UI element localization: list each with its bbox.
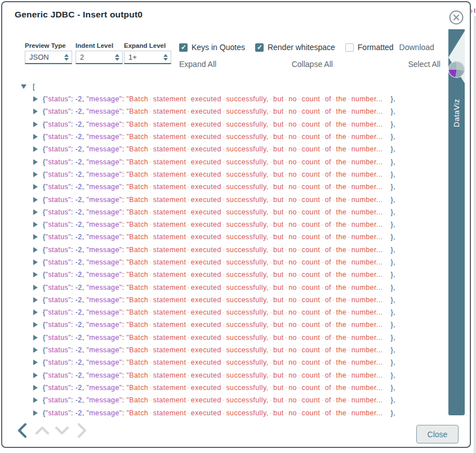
expand-triangle-icon[interactable] (33, 410, 38, 416)
expand-triangle-icon[interactable] (33, 96, 38, 102)
spinner-arrows-icon[interactable] (163, 54, 168, 61)
close-button[interactable]: Close (416, 425, 459, 443)
expand-triangle-icon[interactable] (33, 397, 38, 403)
preview-type-label: Preview Type (25, 42, 72, 49)
table-row[interactable]: {"status": -2, "message": "Batch·stateme… (2, 281, 442, 293)
table-row[interactable]: {"status": -2, "message": "Batch·stateme… (2, 406, 442, 419)
expand-triangle-icon[interactable] (33, 285, 38, 290)
spinner-arrows-icon[interactable] (115, 54, 119, 61)
expand-triangle-icon[interactable] (33, 247, 38, 253)
table-row[interactable]: {"status": -2, "message": "Batch·stateme… (2, 193, 442, 205)
table-row[interactable]: {"status": -2, "message": "Batch·stateme… (2, 394, 442, 406)
expand-triangle-icon[interactable] (33, 272, 38, 277)
json-row-text: {"status": -2, "message": "Batch·stateme… (43, 284, 395, 291)
message-words: "Batch·statement·executed·successfully,·… (126, 145, 382, 153)
table-row[interactable]: {"status": -2, "message": "Batch·stateme… (2, 93, 442, 105)
json-row-text: {"status": -2, "message": "Batch·stateme… (43, 133, 395, 141)
spinner-arrows-icon[interactable] (64, 54, 69, 61)
expand-level-select[interactable]: 1+ (124, 51, 171, 64)
table-row[interactable]: {"status": -2, "message": "Batch·stateme… (2, 105, 442, 118)
expand-triangle-icon[interactable] (33, 209, 38, 215)
json-row-text: {"status": -2, "message": "Batch·stateme… (43, 308, 395, 316)
expand-triangle-icon[interactable] (33, 234, 38, 240)
table-row[interactable]: {"status": -2, "message": "Batch·stateme… (2, 143, 442, 155)
json-row-text: {"status": -2, "message": "Batch·stateme… (43, 221, 395, 228)
message-words: "Batch·statement·executed·successfully,·… (126, 171, 382, 178)
tab-dataviz[interactable]: DataViz (448, 29, 465, 415)
expand-triangle-icon[interactable] (33, 297, 38, 303)
expand-triangle-icon[interactable] (33, 385, 38, 391)
json-row-text: {"status": -2, "message": "Batch·stateme… (43, 158, 395, 166)
expand-level-label: Expand Level (124, 42, 171, 49)
expand-triangle-icon[interactable] (33, 146, 38, 152)
message-words: "Batch·statement·executed·successfully,·… (126, 384, 382, 392)
indent-level-select[interactable]: 2 (75, 51, 123, 64)
expand-triangle-icon[interactable] (33, 310, 38, 315)
table-row[interactable]: {"status": -2, "message": "Batch·stateme… (2, 244, 442, 256)
table-row[interactable]: {"status": -2, "message": "Batch·stateme… (2, 294, 442, 306)
expand-triangle-icon[interactable] (33, 134, 38, 140)
table-row[interactable]: {"status": -2, "message": "Batch·stateme… (2, 382, 442, 394)
message-words: "Batch·statement·executed·successfully,·… (126, 371, 382, 379)
keys-in-quotes-checkbox[interactable] (179, 43, 188, 52)
expand-level-value: 1+ (128, 53, 163, 61)
json-row-text: {"status": -2, "message": "Batch·stateme… (43, 346, 395, 354)
close-icon[interactable] (448, 9, 465, 26)
json-row-text: {"status": -2, "message": "Batch·stateme… (43, 171, 395, 178)
table-row[interactable]: {"status": -2, "message": "Batch·stateme… (2, 231, 442, 243)
table-row[interactable]: {"status": -2, "message": "Batch·stateme… (2, 369, 442, 382)
render-whitespace-checkbox[interactable] (255, 43, 264, 52)
select-all-link[interactable]: Select All (408, 60, 441, 69)
expand-triangle-icon[interactable] (33, 122, 38, 127)
expand-triangle-icon[interactable] (33, 259, 38, 265)
backdrop-page-edge (474, 16, 476, 453)
table-row[interactable]: {"status": -2, "message": "Batch·stateme… (2, 168, 442, 181)
json-tree: [ {"status": -2, "message": "Batch·state… (2, 80, 442, 419)
table-row[interactable]: {"status": -2, "message": "Batch·stateme… (2, 218, 442, 231)
table-row[interactable]: {"status": -2, "message": "Batch·stateme… (2, 344, 442, 356)
expand-triangle-icon[interactable] (33, 322, 38, 328)
expand-triangle-icon[interactable] (33, 184, 38, 190)
table-row[interactable]: {"status": -2, "message": "Batch·stateme… (2, 306, 442, 319)
prev-record-icon[interactable] (15, 422, 30, 439)
expand-triangle-icon[interactable] (33, 109, 38, 114)
expand-triangle-icon[interactable] (33, 222, 38, 227)
json-row-text: {"status": -2, "message": "Batch·stateme… (43, 409, 395, 417)
collapse-all-link[interactable]: Collapse All (292, 60, 333, 69)
message-words: "Batch·statement·executed·successfully,·… (126, 120, 382, 128)
collapse-triangle-icon[interactable] (21, 84, 26, 89)
page-title: Generic JDBC - Insert output0 (15, 10, 143, 20)
table-row[interactable]: {"status": -2, "message": "Batch·stateme… (2, 356, 442, 369)
message-words: "Batch·statement·executed·successfully,·… (126, 308, 382, 316)
preview-type-select[interactable]: JSON (25, 51, 72, 64)
message-words: "Batch·statement·executed·successfully,·… (126, 183, 382, 191)
expand-triangle-icon[interactable] (33, 172, 38, 177)
message-words: "Batch·statement·executed·successfully,·… (126, 233, 382, 241)
table-row[interactable]: {"status": -2, "message": "Batch·stateme… (2, 256, 442, 268)
expand-triangle-icon[interactable] (33, 197, 38, 203)
table-row[interactable]: {"status": -2, "message": "Batch·stateme… (2, 131, 442, 143)
table-row[interactable]: {"status": -2, "message": "Batch·stateme… (2, 206, 442, 218)
table-row[interactable]: {"status": -2, "message": "Batch·stateme… (2, 181, 442, 193)
table-row[interactable]: {"status": -2, "message": "Batch·stateme… (2, 319, 442, 331)
indent-level-label: Indent Level (75, 42, 123, 49)
formatted-checkbox[interactable] (345, 43, 354, 52)
table-row[interactable]: {"status": -2, "message": "Batch·stateme… (2, 331, 442, 344)
json-row-text: {"status": -2, "message": "Batch·stateme… (43, 183, 395, 191)
next-record-icon (74, 422, 90, 439)
table-row[interactable]: {"status": -2, "message": "Batch·stateme… (2, 268, 442, 281)
expand-triangle-icon[interactable] (33, 373, 38, 378)
expand-triangle-icon[interactable] (33, 335, 38, 340)
expand-all-link[interactable]: Expand All (179, 60, 216, 69)
json-row-text: {"status": -2, "message": "Batch·stateme… (43, 246, 395, 254)
preview-type-value: JSON (29, 53, 64, 61)
download-link[interactable]: Download (399, 43, 434, 52)
expand-triangle-icon[interactable] (33, 159, 38, 165)
json-root-row[interactable]: [ (2, 80, 442, 93)
expand-triangle-icon[interactable] (33, 347, 38, 353)
message-words: "Batch·statement·executed·successfully,·… (126, 284, 382, 291)
table-row[interactable]: {"status": -2, "message": "Batch·stateme… (2, 155, 442, 168)
table-row[interactable]: {"status": -2, "message": "Batch·stateme… (2, 118, 442, 131)
root-bracket: [ (33, 82, 35, 91)
expand-triangle-icon[interactable] (33, 360, 38, 365)
